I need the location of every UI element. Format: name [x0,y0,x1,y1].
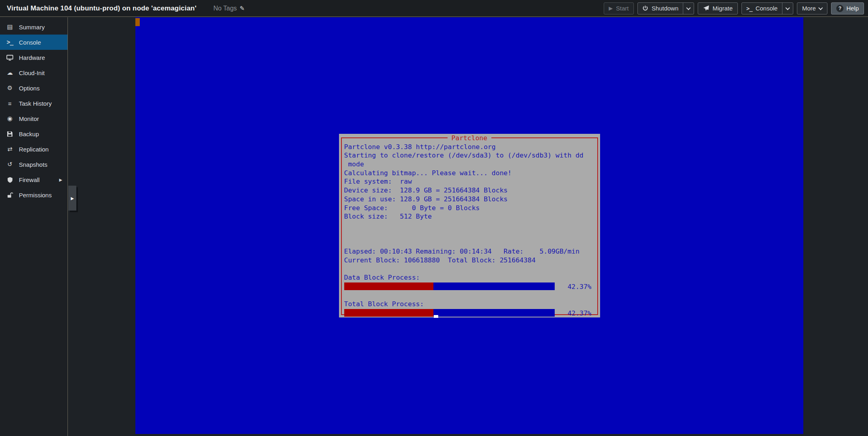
shutdown-label: Shutdown [652,5,678,12]
terminal-line: Calculating bitmap... Please wait... don… [344,169,595,178]
submenu-arrow-icon: ▶ [59,178,62,182]
edit-tags-icon[interactable]: ✎ [240,5,245,12]
terminal-line [344,238,595,247]
sidebar-collapse-handle[interactable]: ▶ [68,186,76,211]
console-menu-button[interactable] [782,3,793,14]
sidebar: ▤ Summary >_ Console Hardware ☁ Cloud-In… [0,17,68,436]
terminal-line [344,221,595,230]
dialog-body: Partclone v0.3.38 http://partclone.org S… [344,143,595,318]
total-block-progressbar: 42.37% [344,309,595,318]
shield-icon [6,177,14,183]
shutdown-button-group: Shutdown [637,2,694,14]
sidebar-item-backup[interactable]: Backup [0,126,67,141]
sidebar-item-snapshots[interactable]: ↺ Snapshots [0,157,67,172]
sidebar-item-summary[interactable]: ▤ Summary [0,19,67,35]
partclone-dialog: Partclone Partclone v0.3.38 http://partc… [339,134,600,317]
terminal-line [344,264,595,273]
terminal-line: Current Block: 106618880 Total Block: 25… [344,256,595,265]
play-icon: ▶ [609,6,613,11]
floppy-icon [6,131,14,137]
terminal-line: Device size: 128.9 GB = 251664384 Blocks [344,186,595,195]
console-area: Partclone Partclone v0.3.38 http://partc… [68,17,868,436]
sidebar-item-label: Options [19,85,40,92]
terminal-line [344,291,595,300]
sidebar-item-options[interactable]: ⚙ Options [0,80,67,96]
help-icon: ? [836,5,843,12]
terminal-line: Partclone v0.3.38 http://partclone.org [344,143,595,151]
help-label: Help [846,5,859,12]
migrate-icon [703,5,709,11]
terminal-line: Starting to clone/restore (/dev/sda3) to… [344,151,595,160]
unlock-icon [6,192,14,198]
console-button-group: >_ Console [741,2,793,14]
sidebar-item-label: Backup [19,131,39,137]
chevron-down-icon [818,5,823,10]
terminal-line: Elapsed: 00:10:43 Remaining: 00:14:34 Ra… [344,247,595,256]
chevron-down-icon [686,5,690,10]
cloud-icon: ☁ [6,69,14,76]
vnc-screen[interactable]: Partclone Partclone v0.3.38 http://partc… [135,17,803,434]
total-block-percent: 42.37% [568,309,592,318]
sidebar-item-label: Hardware [19,54,45,61]
more-button[interactable]: More [797,2,827,14]
terminal-line [344,230,595,239]
terminal-line: Block size: 512 Byte [344,212,595,221]
sidebar-item-firewall[interactable]: Firewall ▶ [0,172,67,187]
sidebar-item-label: Task History [19,100,52,107]
tags-control[interactable]: No Tags ✎ [213,5,245,12]
console-label: Console [756,5,778,12]
sidebar-item-label: Cloud-Init [19,70,45,76]
sidebar-item-cloud-init[interactable]: ☁ Cloud-Init [0,65,67,80]
progress-cursor [434,315,438,318]
header: Virtual Machine 104 (ubuntu-prod) on nod… [0,0,868,17]
sidebar-item-console[interactable]: >_ Console [0,35,67,50]
progress-track [344,309,555,317]
gear-icon: ⚙ [6,84,14,92]
sidebar-item-hardware[interactable]: Hardware [0,50,67,65]
progress-fill [344,282,433,290]
start-button[interactable]: ▶ Start [604,2,634,14]
eye-icon: ◉ [6,115,14,122]
sidebar-item-task-history[interactable]: ≡ Task History [0,96,67,111]
tags-label: No Tags [213,5,237,12]
shutdown-button[interactable]: Shutdown [638,3,683,14]
book-icon: ▤ [6,23,14,31]
sidebar-item-label: Firewall [19,176,40,183]
data-block-percent: 42.37% [568,282,592,291]
data-block-progressbar: 42.37% [344,282,595,291]
data-block-label: Data Block Process: [344,273,595,282]
sidebar-item-label: Summary [19,24,45,31]
shutdown-menu-button[interactable] [683,3,694,14]
sync-icon: ⇄ [6,145,14,153]
power-icon [642,5,648,11]
help-button[interactable]: ? Help [831,2,864,14]
terminal-icon: >_ [6,39,14,46]
sidebar-item-monitor[interactable]: ◉ Monitor [0,111,67,126]
progress-fill [344,309,433,317]
sidebar-item-label: Replication [19,146,49,153]
monitor-icon [6,55,14,61]
terminal-line: Free Space: 0 Byte = 0 Blocks [344,204,595,213]
total-block-label: Total Block Process: [344,300,595,309]
header-actions: ▶ Start Shutdown Migrate [604,2,864,14]
chevron-down-icon [785,5,790,10]
history-icon: ↺ [6,161,14,168]
migrate-label: Migrate [713,5,733,12]
page-title: Virtual Machine 104 (ubuntu-prod) on nod… [7,4,196,12]
terminal-line: mode [344,160,595,169]
console-button[interactable]: >_ Console [742,3,782,14]
sidebar-item-label: Console [19,39,41,46]
migrate-button[interactable]: Migrate [698,2,738,14]
sidebar-item-label: Snapshots [19,161,47,168]
sidebar-item-label: Permissions [19,192,52,199]
terminal-line: Space in use: 128.9 GB = 251664384 Block… [344,195,595,204]
sidebar-item-label: Monitor [19,115,39,122]
start-label: Start [616,5,629,12]
terminal-line: File system: raw [344,177,595,186]
progress-track [344,282,555,290]
more-label: More [802,5,816,12]
sidebar-item-permissions[interactable]: Permissions [0,187,67,203]
expand-icon: ▶ [71,196,74,201]
sidebar-item-replication[interactable]: ⇄ Replication [0,141,67,157]
terminal-cursor [135,18,140,26]
